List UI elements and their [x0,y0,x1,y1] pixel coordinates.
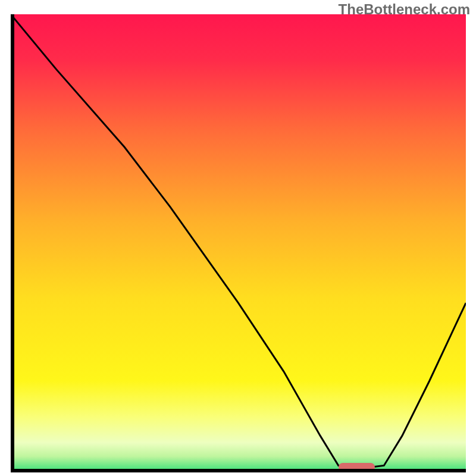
chart-container: TheBottleneck.com [0,0,476,476]
watermark-label: TheBottleneck.com [339,1,470,18]
bottleneck-curve [11,14,466,472]
plot-area [11,14,466,472]
optimum-marker [339,463,375,471]
